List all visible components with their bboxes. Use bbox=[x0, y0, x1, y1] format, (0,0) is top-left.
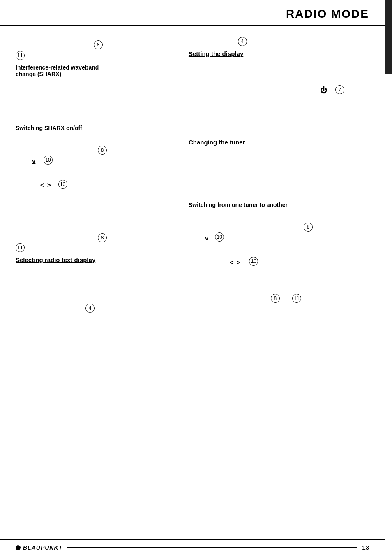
right-column: 4 Setting the display ⏻ 7 Changing the t… bbox=[189, 26, 369, 323]
circle-4-s3: 4 bbox=[85, 304, 95, 313]
circle-7: 7 bbox=[335, 85, 344, 94]
switching-body3 bbox=[189, 269, 369, 278]
page-header: RADIO MODE bbox=[0, 0, 385, 26]
switching-body4 bbox=[189, 282, 369, 290]
sharx-body1 bbox=[16, 134, 180, 142]
symbol-arrows-s3r: < > bbox=[230, 259, 241, 266]
switching-body2 bbox=[189, 245, 369, 253]
radio-text-heading: Selecting radio text display bbox=[16, 256, 180, 263]
changing-tuner-heading: Changing the tuner bbox=[189, 139, 369, 146]
corner-tab bbox=[385, 0, 392, 74]
setting-display-body3 bbox=[189, 98, 369, 107]
page-number: 13 bbox=[362, 544, 369, 551]
interference-body bbox=[16, 81, 180, 89]
footer-divider bbox=[67, 547, 357, 548]
logo-text: BLAUPUNKT bbox=[23, 544, 62, 551]
circle-4-right: 4 bbox=[238, 37, 247, 46]
circle-11-s3: 11 bbox=[16, 243, 25, 252]
power-symbol: ⏻ bbox=[320, 86, 327, 95]
sharx-body4 bbox=[16, 206, 180, 214]
changing-tuner-body3 bbox=[189, 174, 369, 183]
circle-10b-s3r: 10 bbox=[249, 257, 258, 266]
section-sharx-onoff: Switching SHARX on/off 8 v 10 < > 10 bbox=[16, 125, 180, 214]
sharx-onoff-heading: Switching SHARX on/off bbox=[16, 125, 180, 131]
circle-10a-s2: 10 bbox=[44, 156, 53, 165]
circle-8a-s3r: 8 bbox=[304, 223, 313, 232]
switching-body5 bbox=[189, 307, 369, 316]
main-content: 8 11 Interference-related wavebandchange… bbox=[0, 26, 385, 323]
section-interference: 8 11 Interference-related wavebandchange… bbox=[16, 41, 180, 89]
section-setting-display: 4 Setting the display ⏻ 7 bbox=[189, 38, 369, 120]
brand-logo: BLAUPUNKT bbox=[16, 544, 62, 551]
radio-text-body1 bbox=[16, 267, 180, 275]
changing-tuner-body2 bbox=[189, 162, 369, 170]
circle-11-s3r: 11 bbox=[292, 294, 301, 303]
circle-8-s2: 8 bbox=[98, 146, 107, 155]
circle-8-s3: 8 bbox=[98, 233, 107, 242]
symbol-v-s2: v bbox=[32, 157, 35, 164]
circle-10-s3r: 10 bbox=[215, 232, 224, 242]
sharx-body3 bbox=[16, 193, 180, 202]
radio-text-body2 bbox=[16, 279, 180, 288]
left-column: 8 11 Interference-related wavebandchange… bbox=[16, 26, 189, 323]
section-switching-tuner: Switching from one tuner to another 8 v … bbox=[189, 202, 369, 316]
circle-10b-s2: 10 bbox=[58, 180, 67, 189]
symbol-arrows-s2: < > bbox=[40, 181, 52, 188]
symbol-v-s3r: v bbox=[205, 235, 208, 242]
changing-tuner-body1 bbox=[189, 149, 369, 158]
sharx-body2 bbox=[16, 168, 180, 176]
section-radio-text: 8 11 Selecting radio text display 4 bbox=[16, 234, 180, 314]
setting-display-body2 bbox=[189, 73, 369, 82]
page-footer: BLAUPUNKT 13 bbox=[0, 539, 385, 555]
setting-display-heading: Setting the display bbox=[189, 50, 369, 57]
circle-11-s1: 11 bbox=[16, 51, 25, 60]
setting-display-body1 bbox=[189, 60, 369, 69]
circle-8-s1: 8 bbox=[94, 40, 103, 49]
circle-8b-s3r: 8 bbox=[271, 294, 280, 303]
section-changing-tuner: Changing the tuner bbox=[189, 139, 369, 183]
radio-text-body3 bbox=[16, 292, 180, 300]
logo-dot bbox=[16, 545, 21, 550]
setting-display-body4 bbox=[189, 111, 369, 120]
switching-tuner-heading: Switching from one tuner to another bbox=[189, 202, 369, 208]
page-title: RADIO MODE bbox=[286, 7, 369, 21]
switching-body1 bbox=[189, 211, 369, 219]
interference-heading: Interference-related wavebandchange (SHA… bbox=[16, 64, 180, 77]
